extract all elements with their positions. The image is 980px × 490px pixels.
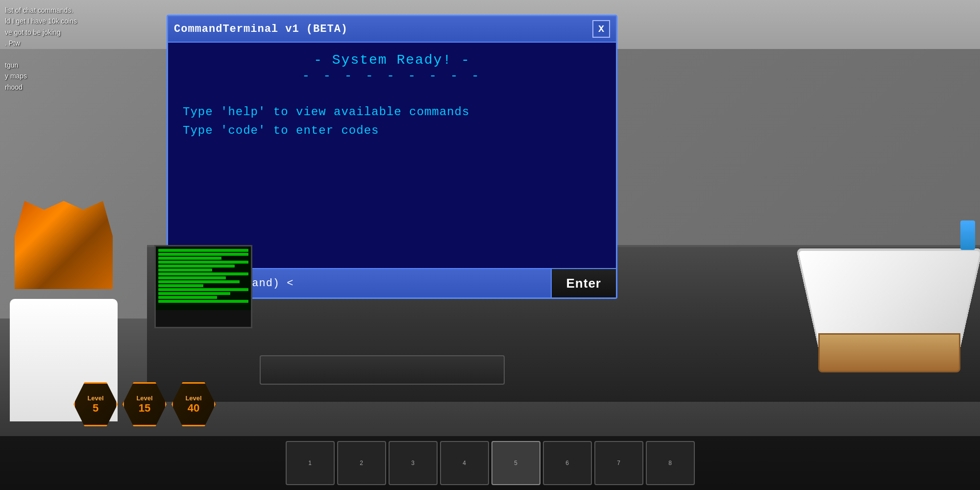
chat-line-5 xyxy=(5,49,103,60)
avatar-hair xyxy=(15,201,113,289)
help-line-1: Type 'help' to view available commands xyxy=(183,103,601,122)
green-line-1 xyxy=(158,249,248,252)
hotbar-slot-1[interactable]: 1 xyxy=(286,441,335,485)
system-ready-text: - System Ready! - xyxy=(183,52,601,68)
small-monitor xyxy=(154,245,252,328)
green-line-10 xyxy=(158,284,203,287)
green-line-8 xyxy=(158,276,226,279)
hotbar-slot-7[interactable]: 7 xyxy=(594,441,643,485)
level-badge-3: Level 40 xyxy=(172,382,216,426)
terminal-titlebar: CommandTerminal v1 (BETA) X xyxy=(168,16,616,43)
chat-line-6: tgun xyxy=(5,60,103,71)
chat-line-1: list of chat commands. xyxy=(5,5,103,16)
green-line-3 xyxy=(158,257,221,260)
level-number-2: 15 xyxy=(139,402,150,415)
chat-line-7: y maps xyxy=(5,71,103,81)
level-badge-1: Level 5 xyxy=(74,382,118,426)
chat-line-3: ve got to be joking xyxy=(5,27,103,38)
hotbar-slot-6[interactable]: 6 xyxy=(543,441,592,485)
pizza-box-bottom xyxy=(818,333,960,372)
chat-overlay: list of chat commands. ld I get I have 1… xyxy=(0,0,108,98)
green-line-13 xyxy=(158,296,217,299)
close-button[interactable]: X xyxy=(592,20,610,38)
terminal-title: CommandTerminal v1 (BETA) xyxy=(174,23,348,35)
small-monitor-screen xyxy=(156,246,251,310)
hotbar-slot-3[interactable]: 3 xyxy=(389,441,438,485)
right-side-button[interactable] xyxy=(960,220,975,250)
level-number-1: 5 xyxy=(93,402,98,415)
hotbar-slot-2[interactable]: 2 xyxy=(337,441,386,485)
keyboard xyxy=(260,355,505,385)
level-label-2: Level xyxy=(136,394,152,402)
green-line-14 xyxy=(158,300,248,303)
green-line-7 xyxy=(158,272,248,275)
green-line-5 xyxy=(158,265,235,268)
green-line-9 xyxy=(158,280,240,283)
terminal-body: - System Ready! - - - - - - - - - - Type… xyxy=(168,43,616,268)
dashes-line: - - - - - - - - - xyxy=(183,69,601,83)
hotbar-slot-5[interactable]: 5 xyxy=(491,441,540,485)
level-badge-2: Level 15 xyxy=(122,382,167,426)
green-line-12 xyxy=(158,292,230,295)
level-label-3: Level xyxy=(185,394,201,402)
level-label-1: Level xyxy=(87,394,103,402)
chat-line-8: rhood xyxy=(5,82,103,93)
hud-levels: Level 5 Level 15 Level 40 xyxy=(74,382,216,426)
green-line-11 xyxy=(158,288,248,291)
hotbar-slot-8[interactable]: 8 xyxy=(646,441,695,485)
green-line-6 xyxy=(158,269,212,271)
hotbar: 1 2 3 4 5 6 7 8 xyxy=(0,436,980,490)
chat-line-4: . Ptw xyxy=(5,38,103,49)
enter-button[interactable]: Enter xyxy=(551,269,616,297)
chat-line-2: ld I get I have 10k coins xyxy=(5,16,103,26)
hotbar-slot-4[interactable]: 4 xyxy=(440,441,489,485)
level-number-3: 40 xyxy=(188,402,199,415)
green-line-4 xyxy=(158,261,248,264)
pizza-box xyxy=(818,265,965,372)
help-line-2: Type 'code' to enter codes xyxy=(183,122,601,140)
green-line-2 xyxy=(158,253,248,256)
